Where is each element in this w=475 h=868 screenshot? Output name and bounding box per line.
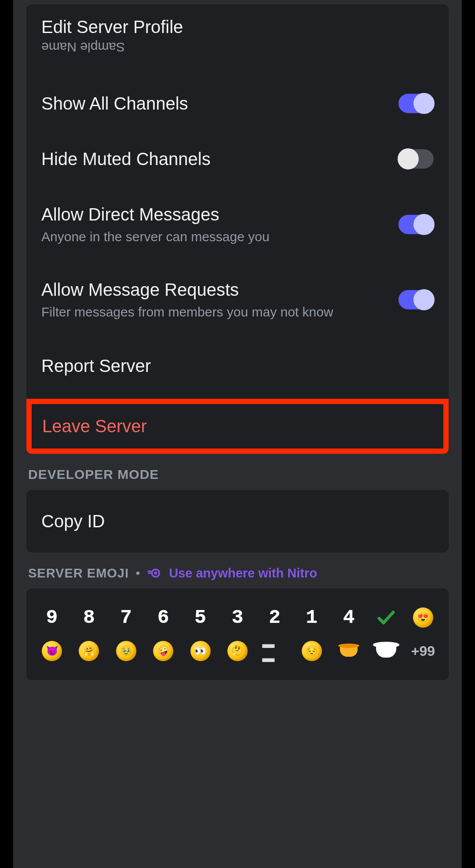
- settings-card: Edit Server Profile Sample Name Show All…: [26, 4, 449, 454]
- developer-mode-header: DEVELOPER MODE: [28, 467, 462, 482]
- emoji-row-2: 😈 🤗 🥹 🤪 👀 🤔 ▬ ▬ 😔 +99: [35, 634, 440, 668]
- allow-dm-title: Allow Direct Messages: [41, 203, 385, 225]
- emoji-8[interactable]: 8: [77, 605, 101, 630]
- edit-profile-sub: Sample Name: [41, 40, 125, 55]
- show-all-channels-toggle[interactable]: [398, 94, 434, 113]
- copy-id-label: Copy ID: [41, 510, 434, 532]
- emoji-row-1: 9 8 7 6 5 3 2 1 4 😍: [35, 601, 440, 634]
- emoji-hmm[interactable]: 🤔: [225, 639, 250, 663]
- emoji-checkmark[interactable]: [374, 605, 398, 630]
- allow-dm-sub: Anyone in the server can message you: [41, 228, 385, 245]
- emoji-7[interactable]: 7: [114, 605, 139, 630]
- emoji-look[interactable]: 👀: [188, 639, 213, 663]
- emoji-6[interactable]: 6: [151, 605, 175, 630]
- nitro-icon: [147, 566, 162, 581]
- emoji-sad[interactable]: 😔: [300, 639, 324, 663]
- leave-server-row[interactable]: Leave Server: [26, 399, 449, 454]
- emoji-more[interactable]: +99: [411, 639, 435, 663]
- hide-muted-title: Hide Muted Channels: [41, 148, 385, 170]
- emoji-card: 9 8 7 6 5 3 2 1 4 😍 😈 🤗 🥹 🤪 👀 🤔 ▬ ▬ 😔: [26, 588, 449, 680]
- emoji-shy[interactable]: 🤗: [77, 639, 101, 663]
- server-emoji-label: SERVER EMOJI: [28, 566, 129, 581]
- edit-profile-title: Edit Server Profile: [41, 16, 420, 38]
- emoji-hearteyes[interactable]: 😍: [411, 605, 435, 630]
- emoji-4[interactable]: 4: [336, 605, 361, 630]
- separator-dot: •: [136, 566, 140, 580]
- emoji-3[interactable]: 3: [225, 605, 250, 630]
- emoji-teacup-white[interactable]: [374, 639, 398, 663]
- hide-muted-toggle[interactable]: [398, 149, 434, 169]
- copy-id-row[interactable]: Copy ID: [26, 490, 449, 552]
- emoji-goofy[interactable]: 🤪: [151, 639, 175, 663]
- emoji-1[interactable]: 1: [300, 605, 324, 630]
- allow-dm-row[interactable]: Allow Direct Messages Anyone in the serv…: [26, 187, 449, 262]
- emoji-teacup-orange[interactable]: [336, 639, 361, 663]
- allow-msg-req-toggle[interactable]: [398, 290, 434, 309]
- leave-server-title: Leave Server: [42, 416, 433, 436]
- show-all-channels-title: Show All Channels: [41, 92, 385, 114]
- report-server-title: Report Server: [41, 355, 151, 377]
- allow-msg-req-sub: Filter messages from members you may not…: [41, 303, 385, 320]
- emoji-2[interactable]: 2: [262, 605, 287, 630]
- show-all-channels-row[interactable]: Show All Channels: [26, 76, 449, 131]
- emoji-tear[interactable]: 🥹: [114, 639, 139, 663]
- allow-msg-req-title: Allow Message Requests: [41, 279, 385, 301]
- emoji-9[interactable]: 9: [40, 605, 64, 630]
- allow-msg-req-row[interactable]: Allow Message Requests Filter messages f…: [26, 262, 449, 337]
- svg-point-1: [154, 571, 157, 574]
- edit-server-profile-row[interactable]: Edit Server Profile Sample Name: [26, 4, 449, 76]
- emoji-5[interactable]: 5: [188, 605, 213, 630]
- emoji-chomp[interactable]: 😈: [40, 639, 64, 663]
- allow-dm-toggle[interactable]: [398, 215, 434, 234]
- nitro-text[interactable]: Use anywhere with Nitro: [169, 566, 317, 581]
- report-server-row[interactable]: Report Server: [26, 337, 449, 399]
- hide-muted-row[interactable]: Hide Muted Channels: [26, 131, 449, 187]
- emoji-dashes[interactable]: ▬ ▬: [262, 639, 287, 663]
- server-emoji-header: SERVER EMOJI • Use anywhere with Nitro: [28, 566, 462, 581]
